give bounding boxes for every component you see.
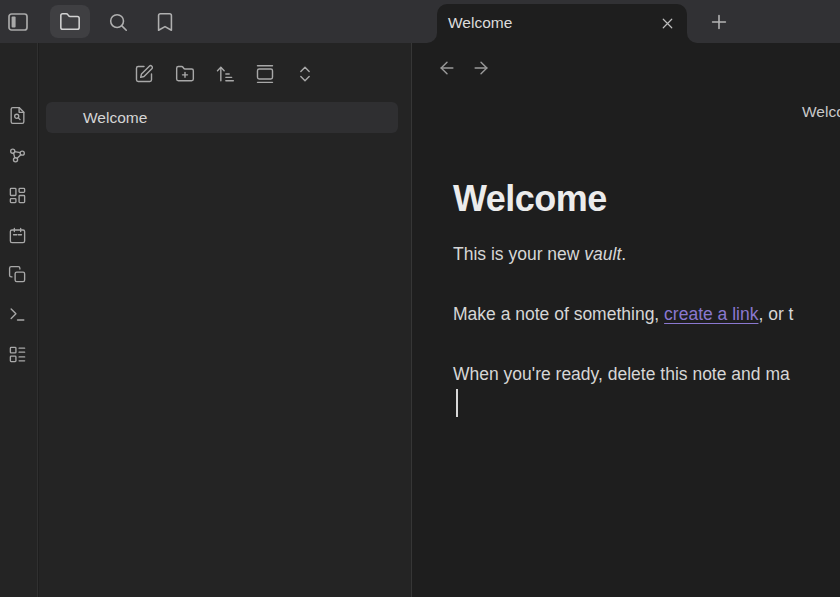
layout-dashboard-icon: [8, 186, 27, 205]
new-tab-button[interactable]: [705, 8, 733, 36]
new-note-icon: [134, 64, 154, 84]
file-item-welcome[interactable]: Welcome: [46, 102, 398, 133]
ribbon-layout-list-button[interactable]: [4, 341, 30, 367]
ribbon-canvas-button[interactable]: [4, 182, 30, 208]
search-icon: [107, 11, 129, 33]
new-note-button[interactable]: [131, 61, 157, 87]
file-search-icon: [8, 106, 27, 125]
nav-forward-button[interactable]: [468, 55, 494, 81]
tab-welcome[interactable]: Welcome: [437, 4, 687, 43]
graph-icon: [8, 146, 27, 165]
layout-list-icon: [8, 345, 27, 364]
nav-back-button[interactable]: [434, 55, 460, 81]
ribbon-quick-switcher-button[interactable]: [4, 102, 30, 128]
tab-curve-right: [687, 33, 697, 43]
ribbon: [0, 43, 38, 597]
new-folder-button[interactable]: [172, 61, 198, 87]
panel-left-icon: [6, 10, 30, 34]
ribbon-graph-view-button[interactable]: [4, 142, 30, 168]
expand-collapse-button[interactable]: [292, 61, 318, 87]
paragraph-3: When you're ready, delete this note and …: [453, 361, 790, 388]
ribbon-daily-note-button[interactable]: [4, 222, 30, 248]
tab-curve-left: [427, 33, 437, 43]
italic-text: vault: [584, 244, 621, 264]
tab-title: Welcome: [448, 14, 512, 32]
folder-icon: [59, 11, 81, 33]
gallery-vertical-icon: [255, 64, 275, 84]
text-cursor: [456, 389, 458, 417]
close-icon: [659, 15, 676, 32]
paragraph-1: This is your new vault.: [453, 241, 626, 268]
sort-order-button[interactable]: [212, 61, 238, 87]
chevrons-up-down-icon: [295, 64, 315, 84]
tab-close-button[interactable]: [657, 13, 677, 33]
editor[interactable]: Welcome This is your new vault. Make a n…: [413, 90, 840, 597]
title-bar: Welcome: [0, 0, 840, 43]
gallery-view-button[interactable]: [252, 61, 278, 87]
main-pane: Welcome Welcome This is your new vault. …: [413, 43, 840, 597]
dock-tab-files[interactable]: [50, 5, 90, 38]
arrow-right-icon: [471, 58, 491, 78]
sort-icon: [215, 64, 235, 84]
calendar-icon: [8, 226, 27, 245]
paragraph-2: Make a note of something, create a link,…: [453, 301, 793, 328]
dock-tab-search[interactable]: [98, 5, 138, 38]
terminal-icon: [8, 305, 27, 324]
internal-link[interactable]: create a link: [664, 304, 758, 324]
ribbon-templates-button[interactable]: [4, 261, 30, 287]
dock-tab-bookmarks[interactable]: [145, 5, 185, 38]
arrow-left-icon: [437, 58, 457, 78]
sidebar-toggle-button[interactable]: [5, 9, 31, 35]
inline-title: Welcome: [453, 178, 607, 220]
plus-icon: [708, 11, 730, 33]
copy-icon: [8, 265, 27, 284]
file-item-label: Welcome: [83, 109, 147, 127]
folder-plus-icon: [175, 64, 195, 84]
obsidian-window: Welcome: [0, 0, 840, 597]
ribbon-command-palette-button[interactable]: [4, 301, 30, 327]
file-explorer-panel: Welcome: [39, 43, 412, 597]
bookmark-icon: [154, 11, 176, 33]
